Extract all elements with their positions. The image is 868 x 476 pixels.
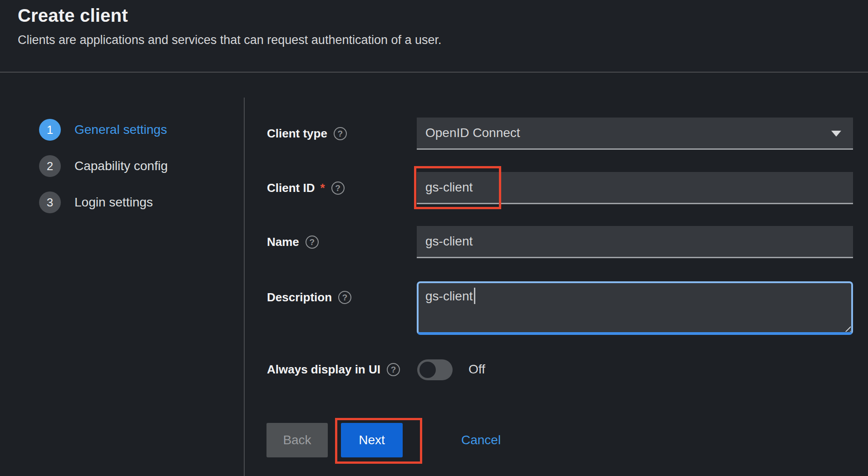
always-display-label-row: Always display in UI ?: [267, 353, 400, 386]
name-input[interactable]: gs-client: [417, 226, 853, 258]
step-3-indicator: 3: [39, 191, 61, 213]
help-icon[interactable]: ?: [331, 182, 345, 195]
page-title: Create client: [18, 5, 868, 26]
description-label-row: Description ?: [267, 281, 351, 314]
text-cursor: [474, 288, 475, 304]
page-header: Create client Clients are applications a…: [0, 0, 868, 73]
vertical-divider: [244, 98, 245, 476]
help-icon[interactable]: ?: [306, 236, 319, 249]
wizard-step-login-settings[interactable]: 3 Login settings: [39, 191, 230, 213]
client-type-selected-value: OpenID Connect: [425, 126, 520, 140]
help-icon[interactable]: ?: [387, 363, 400, 376]
description-textarea[interactable]: gs-client: [417, 281, 853, 335]
description-value: gs-client: [425, 289, 473, 303]
client-type-label: Client type: [267, 127, 327, 141]
always-display-label: Always display in UI: [267, 363, 380, 377]
step-2-indicator: 2: [39, 155, 61, 177]
toggle-state-text: Off: [469, 353, 485, 385]
create-client-page: Create client Clients are applications a…: [0, 0, 868, 476]
name-label: Name: [267, 235, 299, 249]
client-type-label-row: Client type ?: [267, 118, 347, 150]
help-icon[interactable]: ?: [334, 127, 347, 140]
description-label: Description: [267, 290, 332, 304]
help-icon[interactable]: ?: [338, 291, 351, 304]
back-button[interactable]: Back: [266, 423, 328, 457]
name-value: gs-client: [425, 234, 473, 249]
wizard-step-capability-config[interactable]: 2 Capability config: [39, 155, 230, 177]
annotation-box-next: [335, 418, 422, 464]
caret-down-icon: [831, 131, 841, 137]
toggle-knob: [419, 362, 436, 378]
name-label-row: Name ?: [267, 226, 319, 258]
cancel-link[interactable]: Cancel: [461, 423, 501, 457]
annotation-box-client-id: [414, 166, 501, 209]
wizard-step-general-settings[interactable]: 1 General settings: [39, 119, 230, 141]
wizard-nav: 1 General settings 2 Capability config 3…: [39, 119, 230, 228]
step-2-label: Capability config: [74, 159, 168, 173]
page-subtitle: Clients are applications and services th…: [18, 33, 868, 47]
step-3-label: Login settings: [74, 195, 153, 210]
always-display-toggle[interactable]: [417, 359, 453, 380]
client-id-label-row: Client ID * ?: [267, 172, 345, 204]
required-asterisk: *: [320, 181, 325, 195]
client-type-select[interactable]: OpenID Connect: [417, 118, 853, 150]
step-1-label: General settings: [74, 123, 167, 137]
client-id-label: Client ID: [267, 181, 315, 195]
resize-handle[interactable]: [843, 324, 851, 332]
step-1-indicator: 1: [39, 119, 61, 141]
